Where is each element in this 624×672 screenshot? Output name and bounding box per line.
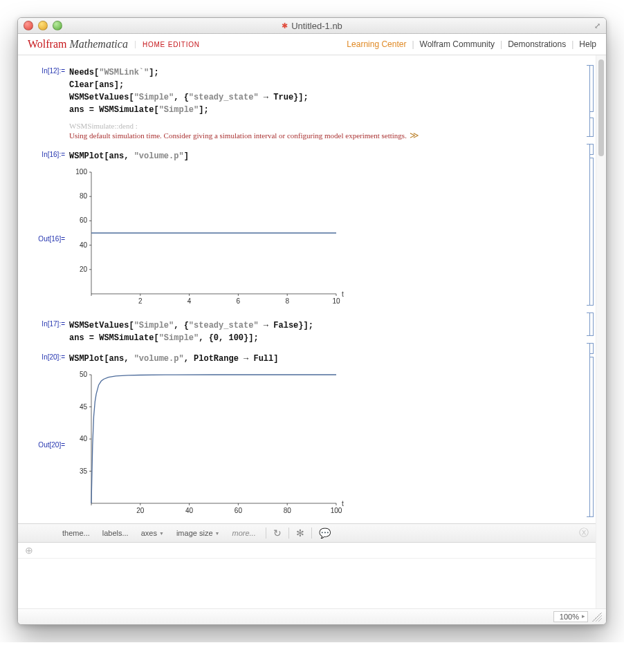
comment-icon[interactable]: 💬: [319, 528, 331, 539]
in-label: In[12]:=: [28, 66, 69, 75]
notebook-body: In[12]:= Needs["WSMLink`"]; Clear[ans]; …: [18, 55, 606, 608]
minimize-icon[interactable]: [38, 21, 48, 30]
message-cell: WSMSimulate::dend : Using default simula…: [18, 120, 596, 142]
titlebar[interactable]: ✱ Untitled-1.nb ⤢: [18, 18, 606, 34]
svg-text:45: 45: [80, 403, 88, 411]
code-block[interactable]: WSMPlot[ans, "volume.p"]: [69, 150, 189, 162]
input-cell-17[interactable]: In[17]:= WSMSetValues["Simple", {"steady…: [18, 318, 596, 346]
code-block[interactable]: WSMPlot[ans, "volume.p", PlotRange → Ful…: [69, 353, 278, 365]
svg-text:80: 80: [80, 192, 88, 200]
svg-text:10: 10: [332, 297, 340, 305]
input-cell-12[interactable]: In[12]:= Needs["WSMLink`"]; Clear[ans]; …: [18, 65, 596, 118]
in-label: In[16]:=: [28, 150, 69, 158]
svg-text:60: 60: [235, 507, 243, 514]
zoom-selector[interactable]: 100%: [553, 611, 588, 622]
svg-text:t: t: [342, 500, 344, 507]
in-label: In[20]:=: [28, 353, 69, 361]
svg-text:40: 40: [80, 435, 88, 442]
labels-button[interactable]: labels...: [100, 528, 131, 539]
svg-text:6: 6: [237, 297, 241, 305]
new-cell-row[interactable]: ⊕: [18, 543, 596, 559]
message-body: Using default simulation time. Consider …: [69, 131, 407, 140]
notebook-content[interactable]: In[12]:= Needs["WSMLink`"]; Clear[ans]; …: [18, 55, 596, 608]
link-wolfram-community[interactable]: Wolfram Community: [420, 39, 495, 49]
notebook-icon: ✱: [282, 21, 288, 30]
svg-text:4: 4: [187, 297, 192, 305]
svg-text:80: 80: [284, 507, 292, 514]
svg-text:35: 35: [80, 467, 88, 475]
out-label: Out[20]=: [28, 441, 69, 449]
code-block[interactable]: WSMSetValues["Simple", {"steady_state" →…: [69, 319, 313, 344]
header-nav: Learning Center | Wolfram Community | De…: [347, 39, 596, 49]
svg-text:100: 100: [75, 168, 87, 176]
image-size-button[interactable]: image size ▼: [174, 528, 223, 539]
brand-header: Wolfram Mathematica HOME EDITION Learnin…: [18, 34, 606, 55]
svg-text:8: 8: [285, 297, 289, 305]
scroll-thumb[interactable]: [598, 59, 604, 156]
theme-button[interactable]: theme...: [59, 528, 93, 539]
output-cell-20: Out[20]= 3540455020406080100t: [18, 366, 596, 523]
svg-text:t: t: [342, 290, 344, 298]
svg-text:2: 2: [138, 297, 143, 305]
message-tag: WSMSimulate::dend :: [69, 122, 419, 130]
plus-icon[interactable]: ⊕: [25, 545, 33, 556]
link-demonstrations[interactable]: Demonstrations: [508, 39, 566, 49]
output-cell-16: Out[16]= 20406080100246810t: [18, 164, 596, 314]
vertical-scrollbar[interactable]: [596, 55, 606, 608]
resize-grip[interactable]: [592, 612, 602, 622]
svg-text:20: 20: [80, 265, 88, 273]
window-frame: ✱ Untitled-1.nb ⤢ Wolfram Mathematica HO…: [17, 17, 607, 625]
window-title: ✱ Untitled-1.nb: [282, 21, 342, 31]
status-bar: 100%: [18, 608, 606, 624]
chart-2: 3540455020406080100t: [69, 368, 346, 522]
code-block[interactable]: Needs["WSMLink`"]; Clear[ans]; WSMSetVal…: [69, 66, 309, 116]
brand-logo: Wolfram Mathematica: [28, 38, 128, 50]
link-help[interactable]: Help: [579, 39, 596, 49]
in-label: In[17]:=: [28, 319, 69, 328]
svg-text:50: 50: [80, 371, 88, 378]
fullscreen-icon[interactable]: ⤢: [594, 21, 600, 30]
svg-text:100: 100: [331, 507, 342, 514]
svg-text:40: 40: [80, 241, 88, 249]
link-learning-center[interactable]: Learning Center: [347, 39, 406, 49]
close-icon[interactable]: [24, 21, 33, 30]
axes-button[interactable]: axes ▼: [138, 528, 167, 539]
svg-text:40: 40: [185, 507, 194, 514]
message-more-icon[interactable]: ≫: [410, 130, 419, 140]
zoom-icon[interactable]: [53, 21, 62, 30]
input-cell-16[interactable]: In[16]:= WSMPlot[ans, "volume.p"]: [18, 149, 596, 164]
svg-text:60: 60: [80, 216, 88, 224]
window-controls: [24, 21, 62, 30]
chart-1: 20406080100246810t: [69, 165, 346, 312]
refresh-icon[interactable]: ↻: [273, 528, 282, 539]
edition-badge: HOME EDITION: [135, 41, 200, 48]
gear-icon[interactable]: ✻: [296, 528, 304, 539]
out-label: Out[16]=: [28, 235, 69, 243]
input-cell-20[interactable]: In[20]:= WSMPlot[ans, "volume.p", PlotRa…: [18, 351, 596, 366]
svg-text:20: 20: [136, 507, 145, 514]
window-title-text: Untitled-1.nb: [291, 21, 342, 31]
suggestions-toolbar: theme... labels... axes ▼ image size ▼ m…: [18, 523, 596, 543]
more-button[interactable]: more...: [230, 528, 259, 539]
